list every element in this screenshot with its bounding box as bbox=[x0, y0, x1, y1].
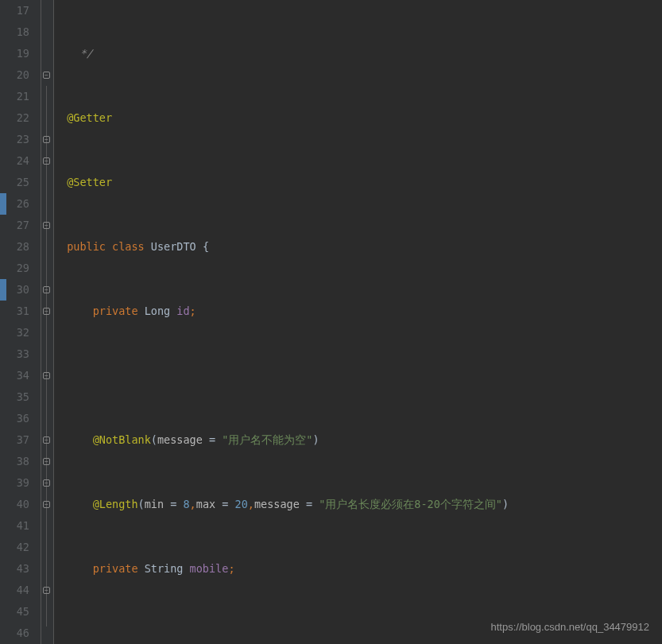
code-editor[interactable]: 1718192021 2223242526 2728293031 3233343… bbox=[0, 0, 662, 644]
class-name: UserDTO bbox=[151, 240, 196, 253]
code-content[interactable]: */ @Getter @Setter public class UserDTO … bbox=[54, 0, 662, 644]
line-number-gutter: 1718192021 2223242526 2728293031 3233343… bbox=[0, 0, 41, 644]
attr: message bbox=[157, 433, 203, 446]
fold-toggle-icon[interactable]: − bbox=[43, 479, 50, 487]
annotation: @Length bbox=[93, 498, 138, 510]
watermark: https://blog.csdn.net/qq_34479912 bbox=[491, 616, 650, 638]
keyword: private bbox=[93, 562, 138, 575]
fold-toggle-icon[interactable]: − bbox=[43, 587, 50, 594]
type: String bbox=[145, 562, 184, 575]
type: Long bbox=[145, 305, 171, 317]
fold-toggle-icon[interactable]: − bbox=[43, 136, 50, 143]
fold-toggle-icon[interactable]: − bbox=[43, 501, 50, 508]
fold-toggle-icon[interactable]: − bbox=[43, 72, 50, 79]
field: mobile bbox=[190, 562, 229, 575]
annotation-getter: @Getter bbox=[67, 111, 112, 124]
fold-toggle-icon[interactable]: − bbox=[43, 458, 50, 465]
fold-gutter: − − − − − − − − − − − − bbox=[41, 0, 54, 644]
string: "用户名长度必须在8-20个字符之间" bbox=[319, 498, 502, 510]
keyword: public bbox=[67, 240, 106, 253]
keyword: private bbox=[93, 305, 138, 317]
fold-toggle-icon[interactable]: − bbox=[43, 222, 50, 229]
attr: message bbox=[254, 498, 300, 510]
number: 8 bbox=[183, 498, 189, 510]
comment: */ bbox=[67, 47, 93, 60]
fold-toggle-icon[interactable]: − bbox=[43, 157, 50, 165]
fold-toggle-icon[interactable]: − bbox=[43, 436, 50, 444]
fold-toggle-icon[interactable]: − bbox=[43, 286, 50, 293]
attr: max bbox=[196, 498, 215, 510]
fold-toggle-icon[interactable]: − bbox=[43, 308, 50, 315]
attr: min bbox=[145, 498, 164, 510]
number: 20 bbox=[235, 498, 248, 510]
field: id bbox=[176, 305, 189, 317]
annotation: @NotBlank bbox=[93, 433, 151, 446]
keyword: class bbox=[112, 240, 145, 253]
fold-toggle-icon[interactable]: − bbox=[43, 372, 50, 379]
string: "用户名不能为空" bbox=[222, 433, 312, 446]
annotation-setter: @Setter bbox=[67, 176, 112, 188]
